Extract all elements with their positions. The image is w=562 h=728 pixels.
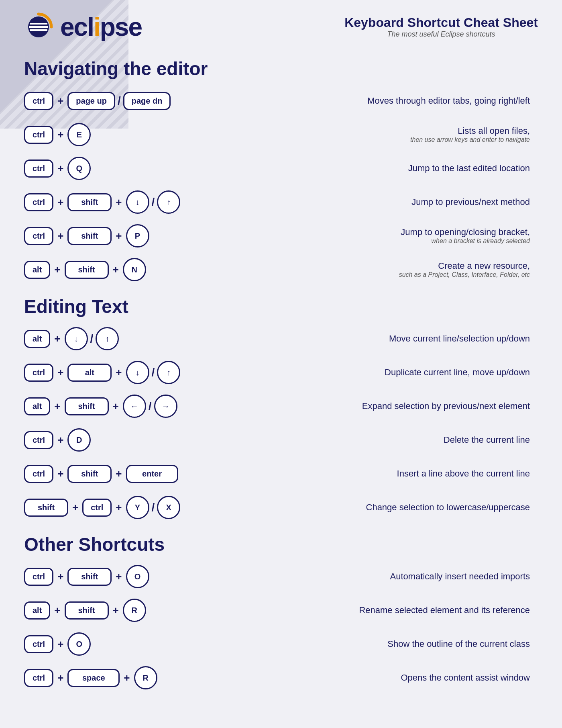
plus-sign: + bbox=[113, 604, 119, 617]
key-arrow-down bbox=[65, 327, 88, 350]
section-navigating-title: Navigating the editor bbox=[24, 58, 538, 80]
shortcut-row: ctrl + E Lists all open files, then use … bbox=[24, 121, 538, 149]
logo-accent-i: i bbox=[94, 12, 100, 41]
plus-sign: + bbox=[113, 400, 119, 413]
key-alt: alt bbox=[67, 364, 112, 382]
key-shift: shift bbox=[65, 261, 109, 279]
key-shift: shift bbox=[67, 227, 112, 245]
slash-sign: / bbox=[152, 196, 155, 209]
description-main: Change selection to lowercase/uppercase bbox=[249, 502, 530, 513]
plus-sign: + bbox=[54, 604, 60, 617]
key-shift: shift bbox=[67, 465, 112, 483]
plus-sign: + bbox=[57, 129, 63, 141]
description-main: Jump to the last edited location bbox=[249, 163, 530, 174]
key-o: O bbox=[126, 565, 149, 588]
key-ctrl: ctrl bbox=[24, 669, 53, 687]
key-enter: enter bbox=[126, 465, 178, 483]
shortcut-row: ctrl + Q Jump to the last edited locatio… bbox=[24, 154, 538, 182]
plus-sign: + bbox=[116, 230, 122, 242]
plus-sign: + bbox=[57, 230, 63, 242]
key-arrow-up bbox=[157, 361, 180, 384]
shortcut-row: ctrl + alt + / Duplicate current line, m… bbox=[24, 358, 538, 386]
description-area: Create a new resource, such as a Project… bbox=[249, 261, 538, 278]
shortcut-row: ctrl + shift + P Jump to opening/closing… bbox=[24, 222, 538, 250]
key-r: R bbox=[134, 666, 157, 689]
key-ctrl: ctrl bbox=[82, 499, 112, 517]
description-area: Move current line/selection up/down bbox=[249, 333, 538, 344]
description-main: Lists all open files, bbox=[249, 126, 530, 136]
description-main: Show the outline of the current class bbox=[249, 639, 530, 649]
keys-area: ctrl + page up / page dn bbox=[24, 92, 249, 110]
key-alt: alt bbox=[24, 330, 50, 348]
plus-sign: + bbox=[116, 468, 122, 480]
header: eclipse Keyboard Shortcut Cheat Sheet Th… bbox=[24, 12, 538, 42]
slash-sign: / bbox=[90, 332, 94, 345]
keys-area: ctrl + O bbox=[24, 632, 249, 656]
description-area: Delete the current line bbox=[249, 435, 538, 445]
plus-sign: + bbox=[124, 672, 130, 684]
keys-area: alt + shift + N bbox=[24, 258, 249, 281]
plus-sign: + bbox=[57, 672, 63, 684]
description-main: Duplicate current line, move up/down bbox=[249, 367, 530, 378]
shortcut-row: alt + shift + R Rename selected element … bbox=[24, 596, 538, 624]
shortcut-row: ctrl + space + R Opens the content assis… bbox=[24, 664, 538, 692]
key-arrow-up bbox=[96, 327, 119, 350]
key-arrow-down bbox=[126, 361, 149, 384]
plus-sign: + bbox=[57, 366, 63, 379]
description-sub: such as a Project, Class, Interface, Fol… bbox=[249, 271, 530, 278]
key-y: Y bbox=[126, 496, 149, 519]
cheat-sheet-subtitle: The most useful Eclipse shortcuts bbox=[344, 30, 538, 39]
key-arrow-up bbox=[157, 190, 180, 214]
slash-sign: / bbox=[149, 400, 152, 413]
logo: eclipse bbox=[24, 12, 142, 42]
description-area: Moves through editor tabs, going right/l… bbox=[249, 96, 538, 106]
description-area: Lists all open files, then use arrow key… bbox=[249, 126, 538, 143]
plus-sign: + bbox=[116, 501, 122, 514]
keys-area: ctrl + shift + O bbox=[24, 565, 249, 588]
description-main: Automatically insert needed imports bbox=[249, 571, 530, 582]
description-main: Jump to opening/closing bracket, bbox=[249, 227, 530, 237]
shortcut-row: alt + shift + / Expand selection by prev… bbox=[24, 392, 538, 420]
key-alt: alt bbox=[24, 397, 50, 415]
key-ctrl: ctrl bbox=[24, 126, 53, 144]
description-main: Rename selected element and its referenc… bbox=[249, 605, 530, 616]
key-shift: shift bbox=[65, 601, 109, 620]
plus-sign: + bbox=[57, 434, 63, 446]
key-p: P bbox=[126, 224, 149, 247]
key-alt: alt bbox=[24, 261, 50, 279]
key-ctrl: ctrl bbox=[24, 364, 53, 382]
key-ctrl: ctrl bbox=[24, 193, 53, 211]
key-pageup: page up bbox=[67, 92, 115, 110]
key-r: R bbox=[123, 599, 146, 622]
key-ctrl: ctrl bbox=[24, 160, 53, 178]
key-ctrl: ctrl bbox=[24, 92, 53, 110]
description-sub: then use arrow keys and enter to navigat… bbox=[249, 136, 530, 143]
shortcut-row: alt + / Move current line/selection up/d… bbox=[24, 325, 538, 353]
key-ctrl: ctrl bbox=[24, 568, 53, 586]
slash-sign: / bbox=[152, 366, 155, 379]
key-e: E bbox=[67, 123, 91, 146]
cheat-sheet-title: Keyboard Shortcut Cheat Sheet bbox=[344, 15, 538, 30]
key-space: space bbox=[67, 669, 120, 687]
key-q: Q bbox=[67, 157, 91, 180]
description-main: Opens the content assist window bbox=[249, 673, 530, 683]
key-arrow-down bbox=[126, 190, 149, 214]
description-main: Moves through editor tabs, going right/l… bbox=[249, 96, 530, 106]
key-ctrl: ctrl bbox=[24, 465, 53, 483]
plus-sign: + bbox=[57, 196, 63, 209]
description-area: Rename selected element and its referenc… bbox=[249, 605, 538, 616]
description-area: Automatically insert needed imports bbox=[249, 571, 538, 582]
description-main: Move current line/selection up/down bbox=[249, 333, 530, 344]
description-main: Jump to previous/next method bbox=[249, 197, 530, 207]
plus-sign: + bbox=[54, 264, 60, 276]
description-main: Insert a line above the current line bbox=[249, 468, 530, 479]
keys-area: alt + shift + R bbox=[24, 599, 249, 622]
slash-sign: / bbox=[118, 94, 121, 107]
key-arrow-right bbox=[154, 395, 177, 418]
keys-area: ctrl + shift + / bbox=[24, 190, 249, 214]
key-shift: shift bbox=[24, 499, 68, 517]
plus-sign: + bbox=[57, 95, 63, 107]
key-ctrl: ctrl bbox=[24, 227, 53, 245]
key-ctrl: ctrl bbox=[24, 635, 53, 653]
key-shift: shift bbox=[65, 397, 109, 415]
